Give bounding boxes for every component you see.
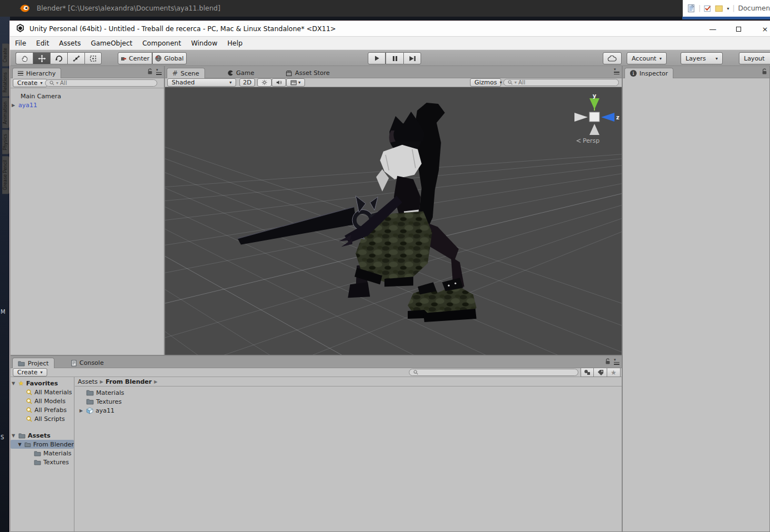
tab-asset-store[interactable]: Asset Store bbox=[281, 68, 335, 78]
effects-dropdown-button[interactable]: ▾ bbox=[286, 78, 305, 87]
folder-icon[interactable] bbox=[715, 4, 723, 12]
scene-search-input[interactable]: ▾ All bbox=[503, 79, 619, 86]
breadcrumb-from-blender[interactable]: From Blender bbox=[106, 378, 152, 385]
separator: | bbox=[732, 4, 734, 12]
hierarchy-item-aya11[interactable]: ▶ aya11 bbox=[11, 101, 164, 109]
tree-item-textures[interactable]: Textures bbox=[11, 458, 74, 466]
pan-tool-button[interactable] bbox=[16, 52, 33, 64]
tab-inspector[interactable]: i Inspector bbox=[624, 68, 673, 78]
document-icon[interactable] bbox=[687, 4, 695, 13]
lock-icon[interactable] bbox=[762, 68, 767, 75]
global-space-button[interactable]: Global bbox=[152, 52, 187, 64]
perspective-toggle[interactable]: Persp bbox=[576, 137, 599, 144]
hierarchy-search-input[interactable]: ▾ All bbox=[45, 79, 157, 87]
close-button[interactable]: × bbox=[756, 21, 770, 37]
minimize-button[interactable]: — bbox=[703, 21, 722, 37]
info-icon: i bbox=[630, 70, 637, 77]
blender-vertical-tab[interactable]: Grease Pencil bbox=[2, 156, 9, 194]
tab-hierarchy[interactable]: Hierarchy bbox=[12, 68, 61, 78]
gizmos-dropdown[interactable]: Gizmos ▾ bbox=[470, 78, 501, 87]
dropdown-arrow-icon[interactable]: ▾ bbox=[727, 6, 729, 11]
tab-console[interactable]: Console bbox=[66, 358, 109, 368]
lock-icon[interactable] bbox=[605, 358, 611, 365]
tree-item-materials[interactable]: Materials bbox=[11, 449, 74, 458]
menu-help[interactable]: Help bbox=[222, 37, 247, 49]
chevron-down-icon: ▾ bbox=[659, 56, 662, 61]
tab-scene[interactable]: # Scene bbox=[167, 68, 205, 78]
play-button[interactable] bbox=[368, 52, 386, 64]
blender-vertical-tab[interactable]: Create bbox=[2, 44, 9, 67]
unity-titlebar[interactable]: Unity Personal (64bit) - Untitled - Treb… bbox=[10, 21, 770, 37]
favorite-all-prefabs[interactable]: All Prefabs bbox=[11, 405, 74, 414]
maximize-button[interactable] bbox=[729, 21, 748, 37]
svg-text:z: z bbox=[616, 114, 619, 121]
blender-vertical-tab[interactable]: Physics bbox=[2, 130, 9, 154]
favorite-all-models[interactable]: All Models bbox=[11, 397, 74, 405]
blender-vertical-tab[interactable]: Relations bbox=[2, 68, 9, 97]
foldout-arrow-icon[interactable]: ▼ bbox=[11, 433, 16, 438]
hierarchy-create-button[interactable]: Create ▾ bbox=[13, 79, 47, 87]
hierarchy-item-main-camera[interactable]: Main Camera bbox=[11, 92, 164, 101]
favorite-label: All Prefabs bbox=[34, 406, 67, 414]
scene-tab-label: Scene bbox=[181, 70, 199, 77]
asset-item-textures[interactable]: Textures bbox=[75, 397, 622, 406]
saved-search-button[interactable]: ★ bbox=[607, 368, 621, 377]
rect-transform-icon bbox=[89, 54, 97, 63]
step-button[interactable] bbox=[403, 52, 421, 64]
checkmark-icon[interactable] bbox=[704, 4, 712, 13]
panel-menu-icon[interactable]: ▾ bbox=[614, 359, 619, 365]
layout-dropdown[interactable]: Layout ▾ bbox=[739, 52, 770, 64]
panel-menu-icon[interactable]: ▾ bbox=[156, 69, 162, 75]
2d-toggle-button[interactable]: 2D bbox=[239, 78, 255, 87]
search-by-type-button[interactable] bbox=[581, 368, 594, 377]
favorite-all-materials[interactable]: All Materials bbox=[11, 388, 74, 397]
layers-dropdown[interactable]: Layers ▾ bbox=[681, 52, 723, 64]
scene-viewport[interactable]: y z Persp bbox=[165, 87, 622, 355]
axis-z-cone bbox=[601, 113, 614, 122]
scene-render[interactable] bbox=[165, 87, 622, 355]
menu-assets[interactable]: Assets bbox=[54, 37, 86, 49]
pause-button[interactable] bbox=[386, 52, 403, 64]
menu-gameobject[interactable]: GameObject bbox=[86, 37, 137, 49]
asset-item-aya11[interactable]: ▶ aya11 bbox=[75, 406, 622, 415]
breadcrumb-assets[interactable]: Assets bbox=[78, 378, 98, 385]
lighting-toggle-button[interactable] bbox=[257, 78, 272, 87]
foldout-arrow-icon[interactable]: ▶ bbox=[78, 408, 84, 413]
rotate-tool-button[interactable] bbox=[50, 52, 67, 64]
foldout-arrow-icon[interactable]: ▶ bbox=[11, 103, 16, 108]
panel-menu-icon[interactable]: ▾ bbox=[614, 68, 619, 74]
account-dropdown[interactable]: Account ▾ bbox=[627, 52, 667, 64]
menu-component[interactable]: Component bbox=[137, 37, 186, 49]
cloud-button[interactable] bbox=[603, 52, 622, 64]
rect-tool-button[interactable] bbox=[84, 52, 102, 64]
scale-tool-button[interactable] bbox=[67, 52, 84, 64]
project-create-button[interactable]: Create ▾ bbox=[13, 368, 47, 377]
menu-edit[interactable]: Edit bbox=[31, 37, 54, 49]
hand-icon bbox=[21, 54, 29, 63]
menu-window[interactable]: Window bbox=[186, 37, 222, 49]
foldout-arrow-icon[interactable]: ▼ bbox=[11, 381, 16, 386]
assets-root[interactable]: ▼ Assets bbox=[11, 431, 74, 440]
tab-project[interactable]: Project bbox=[12, 358, 54, 368]
axis-gizmo[interactable]: y z bbox=[569, 94, 620, 136]
character-model[interactable] bbox=[238, 103, 477, 322]
project-search-input[interactable] bbox=[409, 369, 578, 376]
move-tool-button[interactable] bbox=[33, 52, 50, 64]
create-label: Create bbox=[17, 79, 38, 87]
favorite-all-scripts[interactable]: All Scripts bbox=[11, 414, 74, 423]
shaded-dropdown[interactable]: Shaded ▾ bbox=[167, 78, 236, 87]
favorites-root[interactable]: ▼ ★ Favorites bbox=[11, 379, 74, 388]
search-by-label-button[interactable] bbox=[594, 368, 607, 377]
foldout-arrow-icon[interactable]: ▼ bbox=[17, 442, 22, 447]
search-filter-arrow-icon[interactable]: ▾ bbox=[514, 80, 517, 85]
tree-item-from-blender[interactable]: ▼ From Blender bbox=[11, 440, 74, 449]
pivot-center-button[interactable]: Center bbox=[118, 52, 152, 64]
move-icon bbox=[38, 54, 46, 63]
menu-file[interactable]: File bbox=[10, 37, 31, 49]
tab-game[interactable]: Game bbox=[222, 68, 259, 78]
blender-vertical-tab[interactable]: Animation bbox=[2, 98, 9, 128]
lock-icon[interactable] bbox=[147, 68, 153, 75]
search-filter-arrow-icon[interactable]: ▾ bbox=[56, 81, 58, 86]
audio-toggle-button[interactable] bbox=[272, 78, 286, 87]
asset-item-materials[interactable]: Materials bbox=[75, 388, 622, 397]
